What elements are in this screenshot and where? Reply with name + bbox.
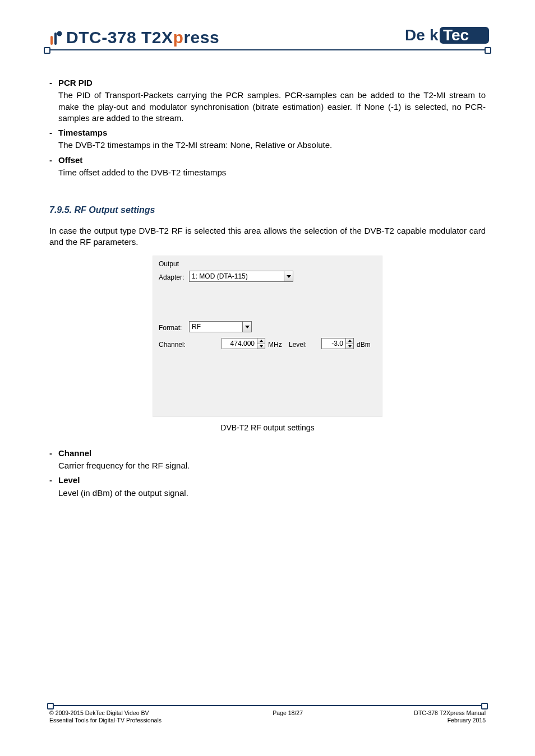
definition-desc: Level (in dBm) of the output signal. bbox=[58, 488, 486, 499]
chevron-up-icon bbox=[348, 340, 352, 342]
section-intro: In case the output type DVB-T2 RF is sel… bbox=[49, 225, 486, 248]
definition-item: -OffsetTime offset added to the DVB-T2 t… bbox=[49, 155, 486, 179]
rf-output-screenshot: Output Adapter: 1: MOD (DTA-115) Format:… bbox=[153, 256, 382, 417]
stepper-up-button[interactable] bbox=[257, 338, 265, 344]
svg-text:De: De bbox=[405, 26, 425, 44]
definition-item: -PCR PIDThe PID of Transport-Packets car… bbox=[49, 77, 486, 124]
footer-doc-title: DTC-378 T2Xpress Manual bbox=[414, 709, 486, 717]
figure-caption: DVB-T2 RF output settings bbox=[220, 423, 314, 433]
definition-desc: Time offset added to the DVB-T2 timestam… bbox=[58, 167, 486, 178]
level-stepper[interactable]: -3.0 bbox=[321, 338, 354, 349]
dropdown-button[interactable] bbox=[284, 271, 293, 281]
definition-desc: The PID of Transport-Packets carrying th… bbox=[58, 90, 486, 124]
definition-item: -TimestampsThe DVB-T2 timestamps in the … bbox=[49, 127, 486, 151]
level-unit: dBm bbox=[357, 340, 371, 349]
footer-tagline: Essential Tools for Digital-TV Professio… bbox=[49, 717, 162, 725]
svg-text:k: k bbox=[430, 26, 439, 44]
definition-term: Level bbox=[58, 475, 486, 486]
channel-unit: MHz bbox=[268, 340, 282, 349]
footer-left: © 2009-2015 DekTec Digital Video BV Esse… bbox=[49, 709, 162, 725]
adapter-label: Adapter: bbox=[159, 273, 184, 282]
definition-term: Channel bbox=[58, 448, 486, 459]
svg-text:Tec: Tec bbox=[443, 26, 469, 44]
dropdown-button[interactable] bbox=[242, 322, 251, 332]
svg-rect-0 bbox=[50, 36, 53, 45]
bullet-dash: - bbox=[49, 127, 58, 151]
footer-page-number: Page 18/27 bbox=[273, 709, 303, 725]
bullet-dash: - bbox=[49, 448, 58, 472]
product-title-icon bbox=[50, 30, 63, 45]
stepper-down-button[interactable] bbox=[257, 344, 265, 349]
level-value: -3.0 bbox=[322, 339, 345, 348]
footer-date: February 2015 bbox=[414, 717, 486, 725]
product-title: DTC-378 T2Xpress bbox=[50, 28, 219, 47]
section-heading: 7.9.5. RF Output settings bbox=[49, 204, 486, 216]
footer-right: DTC-378 T2Xpress Manual February 2015 bbox=[414, 709, 486, 725]
definition-desc: The DVB-T2 timestamps in the T2-MI strea… bbox=[58, 140, 486, 151]
definition-item: -ChannelCarrier frequency for the RF sig… bbox=[49, 448, 486, 472]
format-label: Format: bbox=[159, 323, 182, 332]
footer-copyright: © 2009-2015 DekTec Digital Video BV bbox=[49, 709, 162, 717]
format-select[interactable]: RF bbox=[189, 321, 252, 332]
definition-desc: Carrier frequency for the RF signal. bbox=[58, 460, 486, 471]
format-select-value: RF bbox=[190, 322, 242, 331]
chevron-down-icon bbox=[348, 345, 352, 347]
chevron-down-icon bbox=[287, 275, 291, 278]
svg-point-2 bbox=[57, 31, 62, 36]
page-header: DTC-378 T2Xpress De k Tec bbox=[46, 22, 489, 50]
product-title-text: DTC-378 T2Xpress bbox=[66, 28, 219, 47]
chevron-up-icon bbox=[260, 340, 263, 342]
stepper-up-button[interactable] bbox=[346, 338, 353, 344]
output-group-label: Output bbox=[159, 259, 179, 268]
definition-item: -LevelLevel (in dBm) of the output signa… bbox=[49, 475, 486, 499]
page-body: -PCR PIDThe PID of Transport-Packets car… bbox=[49, 74, 486, 689]
definition-term: Timestamps bbox=[58, 127, 486, 138]
definition-term: Offset bbox=[58, 155, 486, 166]
channel-label: Channel: bbox=[159, 340, 186, 349]
bullet-dash: - bbox=[49, 77, 58, 124]
brand-logo: De k Tec bbox=[405, 26, 489, 47]
chevron-down-icon bbox=[245, 326, 250, 328]
footer-rule bbox=[49, 705, 486, 706]
page-footer: © 2009-2015 DekTec Digital Video BV Esse… bbox=[49, 705, 486, 725]
definition-term: PCR PID bbox=[58, 77, 486, 89]
adapter-select-value: 1: MOD (DTA-115) bbox=[190, 272, 284, 281]
level-label: Level: bbox=[289, 340, 307, 349]
stepper-down-button[interactable] bbox=[346, 344, 353, 349]
header-rule bbox=[46, 49, 489, 50]
chevron-down-icon bbox=[260, 345, 263, 347]
bullet-dash: - bbox=[49, 155, 58, 179]
channel-stepper[interactable]: 474.000 bbox=[222, 338, 265, 349]
svg-rect-1 bbox=[54, 33, 57, 45]
bullet-dash: - bbox=[49, 475, 58, 499]
channel-value: 474.000 bbox=[222, 339, 257, 348]
adapter-select[interactable]: 1: MOD (DTA-115) bbox=[189, 271, 293, 282]
